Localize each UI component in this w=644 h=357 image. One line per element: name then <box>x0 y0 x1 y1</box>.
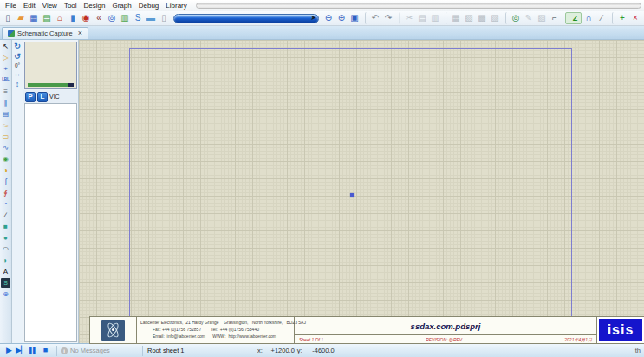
mirror-horizontal-icon[interactable]: ↔ <box>12 69 23 79</box>
active-sheet-label: Root sheet 1 <box>143 347 257 354</box>
library-button[interactable]: L <box>37 92 48 102</box>
menu-edit[interactable]: Edit <box>20 2 39 10</box>
generator-mode-icon[interactable]: ◑ <box>0 165 11 176</box>
find-component-icon[interactable]: ◎ <box>505 12 522 24</box>
open-project-icon[interactable]: ▰ <box>15 12 27 24</box>
wire-autoroute-icon[interactable]: Z <box>565 12 582 24</box>
zoom-in-icon[interactable]: ⊕ <box>335 12 348 24</box>
import-project-icon[interactable]: ▤ <box>41 12 53 24</box>
object-selector-list[interactable] <box>24 103 77 342</box>
rotation-angle-value: 0° <box>15 62 20 68</box>
home-page-icon[interactable]: ⌂ <box>54 12 66 24</box>
redo-icon[interactable]: ↷ <box>382 12 394 24</box>
cursor-coordinates: x: +1200.0 y: -4600.0 <box>257 347 335 354</box>
subcircuit-mode-icon[interactable]: ▤ <box>0 108 11 120</box>
menu-view[interactable]: View <box>39 2 61 10</box>
2d-text-mode-icon[interactable]: A <box>0 266 11 277</box>
paste-icon[interactable]: ▥ <box>429 12 441 24</box>
bom-module-icon[interactable]: ▥ <box>119 12 131 24</box>
schematic-canvas[interactable]: Labcenter Electronics, 21 Hardy Grange G… <box>79 40 644 343</box>
progress-slider[interactable]: ➤ <box>173 14 319 23</box>
isis-logo: isis <box>599 319 642 341</box>
2d-circle-mode-icon[interactable]: ● <box>0 232 11 243</box>
2d-marker-mode-icon[interactable]: ⊕ <box>0 289 11 300</box>
menu-design[interactable]: Design <box>81 2 109 10</box>
menu-graph[interactable]: Graph <box>108 2 134 10</box>
property-assignment-icon[interactable]: ∕ <box>595 12 608 24</box>
search-module-icon[interactable]: ◎ <box>106 12 118 24</box>
component-mode-icon[interactable]: ▷ <box>0 52 11 63</box>
pick-devices-button[interactable]: P <box>25 92 36 102</box>
2d-path-mode-icon[interactable]: ◗ <box>0 255 11 266</box>
undo-icon[interactable]: ↶ <box>365 12 381 24</box>
recording-strip <box>196 3 641 9</box>
side-pane: P L VIC <box>23 40 79 343</box>
graph-mode-icon[interactable]: ∿ <box>0 142 11 153</box>
property-edit-icon[interactable]: ✎ <box>523 12 535 24</box>
mirror-vertical-icon[interactable]: ↕ <box>12 80 23 89</box>
project-cell: ssdax.com.pdsprj Sheet 1 Of 1 REVISION: … <box>295 317 597 343</box>
remove-sheet-icon[interactable]: × <box>629 12 641 24</box>
block-delete-icon[interactable]: ▨ <box>489 12 501 24</box>
2d-symbol-mode-icon[interactable]: S <box>1 278 10 288</box>
pause-button[interactable]: ▌▌ <box>27 345 39 356</box>
new-project-icon[interactable]: ▯ <box>2 12 14 24</box>
virtual-instruments-mode-icon[interactable]: ◔ <box>0 198 11 210</box>
2d-line-mode-icon[interactable]: ∕ <box>0 210 11 221</box>
block-move-icon[interactable]: ▧ <box>463 12 475 24</box>
tab-close-icon[interactable]: × <box>78 29 82 37</box>
voltage-probe-mode-icon[interactable]: ∫ <box>0 176 11 187</box>
zoom-out-icon[interactable]: ⊖ <box>322 12 335 24</box>
block-rotate-icon[interactable]: ▩ <box>476 12 488 24</box>
address-cell: Labcenter Electronics, 21 Hardy Grange G… <box>137 317 295 343</box>
block-copy-icon[interactable]: ▦ <box>446 12 462 24</box>
revision-label: REVISION: @REV <box>426 337 462 342</box>
workspace: ↖▷+LBL≡∥▤▻▭∿◉◑∫∮◔∕■●◠◗AS⊕ ↻ ↺ 0° ↔ ↕ P L… <box>0 40 644 343</box>
pcb-module-icon[interactable]: ◉ <box>80 12 92 24</box>
search-tag-icon[interactable]: ∩ <box>582 12 595 24</box>
proteus-schematic-capture-window: FileEditViewToolDesignGraphDebugLibrary … <box>0 0 644 357</box>
rotate-anticlockwise-icon[interactable]: ↺ <box>12 52 23 62</box>
tab-bar: Schematic Capture × <box>0 26 644 40</box>
2d-box-mode-icon[interactable]: ■ <box>0 221 11 232</box>
menu-library[interactable]: Library <box>162 2 190 10</box>
save-project-icon[interactable]: ▦ <box>28 12 40 24</box>
stop-button[interactable]: ■ <box>39 345 51 356</box>
zoom-area-icon[interactable]: ▣ <box>348 12 361 24</box>
rotate-clockwise-icon[interactable]: ↻ <box>12 42 23 51</box>
message-status-icon: i <box>61 347 68 354</box>
labcenter-logo-cell <box>90 317 137 343</box>
terminals-mode-icon[interactable]: ▻ <box>0 120 11 131</box>
wire-label-mode-icon[interactable]: LBL <box>0 75 11 86</box>
design-explorer-icon[interactable]: ▧ <box>536 12 548 24</box>
2d-arc-mode-icon[interactable]: ◠ <box>0 243 11 255</box>
overview-pane[interactable] <box>24 42 77 89</box>
schematic-module-icon[interactable]: ▮ <box>67 12 79 24</box>
selection-mode-icon[interactable]: ↖ <box>0 41 11 52</box>
message-box[interactable]: i No Messages <box>56 346 143 356</box>
current-probe-mode-icon[interactable]: ∮ <box>0 187 11 198</box>
new-sheet-icon[interactable]: + <box>612 12 628 24</box>
junction-dot-mode-icon[interactable]: + <box>0 63 11 75</box>
play-button[interactable]: ▶ <box>3 345 15 356</box>
source-module-icon[interactable]: S <box>132 12 144 24</box>
blank-doc-icon[interactable]: ▯ <box>158 12 170 24</box>
menu-debug[interactable]: Debug <box>135 2 163 10</box>
device-pins-mode-icon[interactable]: ▭ <box>0 131 11 142</box>
tape-recorder-mode-icon[interactable]: ◉ <box>0 153 11 165</box>
cut-icon[interactable]: ✂ <box>399 12 415 24</box>
status-bar: ▶▶▏▌▌■ i No Messages Root sheet 1 x: +12… <box>0 343 644 357</box>
menu-tool[interactable]: Tool <box>61 2 81 10</box>
notes-module-icon[interactable]: ▬ <box>145 12 157 24</box>
text-script-mode-icon[interactable]: ≡ <box>0 86 11 97</box>
units-label: th <box>635 347 641 354</box>
object-selector-header-label: VIC <box>49 94 60 100</box>
tab-schematic-capture[interactable]: Schematic Capture × <box>2 27 88 39</box>
rewind-icon[interactable]: « <box>93 12 105 24</box>
menu-file[interactable]: File <box>2 2 20 10</box>
copy-icon[interactable]: ▤ <box>416 12 428 24</box>
menu-bar: FileEditViewToolDesignGraphDebugLibrary <box>0 0 644 11</box>
hammer-tool-icon[interactable]: ⌐ <box>549 12 561 24</box>
buses-mode-icon[interactable]: ∥ <box>0 97 11 108</box>
step-button[interactable]: ▶▏ <box>15 345 27 356</box>
